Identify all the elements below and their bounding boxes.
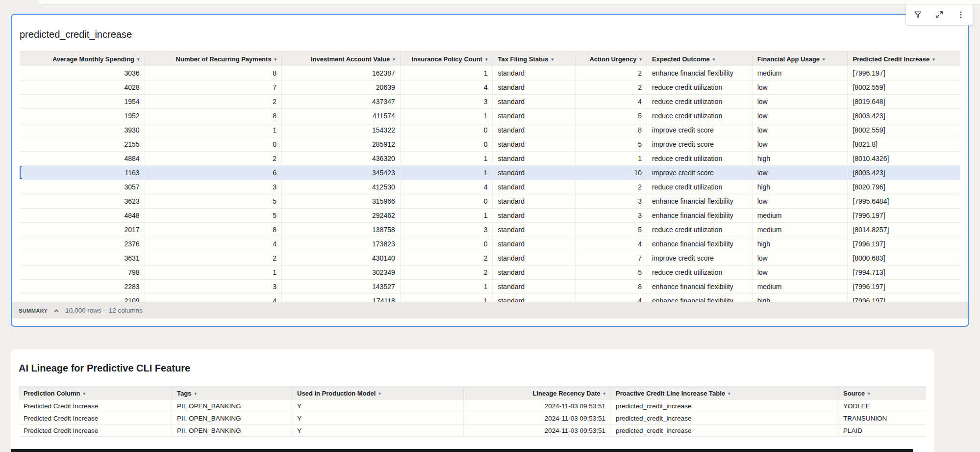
- cell[interactable]: standard: [493, 166, 576, 180]
- cell[interactable]: 3057: [20, 180, 145, 194]
- cell[interactable]: 162387: [282, 66, 401, 80]
- column-header[interactable]: Number of Recurring Payments▾: [145, 52, 282, 66]
- cell[interactable]: high: [753, 180, 848, 194]
- more-options-button[interactable]: [952, 8, 970, 22]
- cell[interactable]: reduce credit utilization: [647, 266, 753, 279]
- cell[interactable]: 1954: [20, 95, 145, 108]
- table-row[interactable]: 488424363201standard1reduce credit utili…: [20, 152, 960, 166]
- cell[interactable]: 2: [401, 266, 493, 279]
- cell[interactable]: [8019.648]: [848, 95, 960, 108]
- cell[interactable]: reduce credit utilization: [647, 109, 753, 123]
- column-menu-caret-icon[interactable]: ▾: [275, 57, 277, 62]
- cell[interactable]: 315966: [282, 194, 401, 208]
- cell[interactable]: predicted_credit_increase: [611, 425, 838, 436]
- column-menu-caret-icon[interactable]: ▾: [713, 57, 715, 62]
- cell[interactable]: enhance financial flexibility: [647, 194, 753, 208]
- cell[interactable]: PLAID: [838, 425, 926, 436]
- cell[interactable]: 4: [576, 237, 647, 251]
- cell[interactable]: low: [753, 251, 848, 265]
- cell[interactable]: [8000.683]: [848, 251, 960, 265]
- cell[interactable]: 1: [401, 166, 493, 180]
- cell[interactable]: 8: [576, 123, 647, 137]
- table-row[interactable]: 195424373473standard4reduce credit utili…: [20, 95, 960, 109]
- cell[interactable]: 1: [145, 266, 282, 279]
- table-row[interactable]: 237641738230standard4enhance financial f…: [20, 237, 960, 251]
- cell[interactable]: 0: [145, 137, 282, 151]
- cell[interactable]: 3: [401, 223, 493, 237]
- table-row[interactable]: Predicted Credit IncreasePII, OPEN_BANKI…: [19, 412, 926, 425]
- cell[interactable]: standard: [493, 152, 576, 165]
- cell[interactable]: [7996.197]: [848, 209, 960, 222]
- cell[interactable]: [8002.559]: [848, 123, 960, 137]
- cell[interactable]: 2024-11-03 09:53:51: [464, 425, 611, 436]
- cell[interactable]: 6: [145, 166, 282, 180]
- cell[interactable]: 20639: [282, 80, 401, 94]
- cell[interactable]: standard: [493, 137, 576, 151]
- cell[interactable]: 1163: [20, 166, 145, 180]
- cell[interactable]: high: [753, 237, 848, 251]
- cell[interactable]: 0: [401, 123, 493, 137]
- cell[interactable]: 2109: [20, 294, 145, 302]
- cell[interactable]: 411574: [282, 109, 401, 123]
- column-menu-caret-icon[interactable]: ▾: [83, 391, 86, 396]
- cell[interactable]: predicted_credit_increase: [611, 412, 838, 424]
- cell[interactable]: standard: [493, 123, 576, 137]
- cell[interactable]: 2: [576, 66, 647, 80]
- table-row[interactable]: 210941741181standard4enhance financial f…: [20, 294, 960, 302]
- cell[interactable]: 3: [145, 180, 282, 194]
- cell[interactable]: 285912: [282, 137, 401, 151]
- cell[interactable]: YODLEE: [838, 400, 926, 412]
- table-row[interactable]: 363124301402standard7improve credit scor…: [20, 251, 960, 266]
- cell[interactable]: 2155: [20, 137, 145, 151]
- cell[interactable]: 5: [576, 223, 647, 237]
- cell[interactable]: PII, OPEN_BANKING: [172, 425, 292, 436]
- cell[interactable]: [8003.423]: [848, 166, 960, 180]
- cell[interactable]: 10: [576, 166, 647, 180]
- cell[interactable]: 2: [576, 80, 647, 94]
- column-header[interactable]: Tax Filing Status▾: [493, 52, 576, 66]
- cell[interactable]: 3: [145, 280, 282, 293]
- cell[interactable]: 3930: [20, 123, 145, 137]
- column-header[interactable]: Proactive Credit Line Increase Table▾: [611, 386, 838, 400]
- column-menu-caret-icon[interactable]: ▾: [137, 57, 140, 62]
- cell[interactable]: standard: [493, 80, 576, 94]
- column-menu-caret-icon[interactable]: ▾: [378, 391, 381, 396]
- collapse-summary-button[interactable]: [53, 308, 59, 314]
- cell[interactable]: 430140: [282, 251, 401, 265]
- table-row[interactable]: 303681623871standard2enhance financial f…: [20, 66, 960, 80]
- cell[interactable]: 1: [401, 209, 493, 222]
- cell[interactable]: 3623: [20, 194, 145, 208]
- cell[interactable]: [7995.6484]: [848, 194, 960, 208]
- cell[interactable]: [8003.423]: [848, 109, 960, 123]
- cell[interactable]: Y: [292, 425, 464, 436]
- cell[interactable]: 5: [576, 137, 647, 151]
- cell[interactable]: enhance financial flexibility: [647, 209, 753, 222]
- cell[interactable]: 2376: [20, 237, 145, 251]
- column-header[interactable]: Tags▾: [172, 386, 292, 400]
- cell[interactable]: standard: [493, 109, 576, 123]
- column-header[interactable]: Prediction Column▾: [19, 386, 172, 400]
- table-row[interactable]: 201781387583standard5reduce credit utili…: [20, 223, 960, 237]
- cell[interactable]: standard: [493, 180, 576, 194]
- cell[interactable]: 292462: [282, 209, 401, 222]
- cell[interactable]: 2024-11-03 09:53:51: [464, 412, 611, 424]
- column-menu-caret-icon[interactable]: ▾: [823, 57, 825, 62]
- cell[interactable]: 4: [401, 180, 493, 194]
- cell[interactable]: 8: [145, 223, 282, 237]
- column-header[interactable]: Insurance Policy Count▾: [401, 52, 493, 66]
- cell[interactable]: [7996.197]: [848, 294, 960, 302]
- cell[interactable]: [7996.197]: [848, 280, 960, 293]
- cell[interactable]: 5: [145, 209, 282, 222]
- cell[interactable]: 0: [401, 194, 493, 208]
- column-header[interactable]: Expected Outcome▾: [647, 52, 753, 66]
- cell[interactable]: 1: [401, 280, 493, 293]
- column-menu-caret-icon[interactable]: ▾: [485, 57, 488, 62]
- cell[interactable]: [7996.197]: [848, 237, 960, 251]
- cell[interactable]: standard: [493, 266, 576, 279]
- table-row[interactable]: 116363454231standard10improve credit sco…: [20, 166, 960, 180]
- cell[interactable]: medium: [753, 223, 848, 237]
- cell[interactable]: 3: [576, 209, 647, 222]
- cell[interactable]: 4: [576, 95, 647, 108]
- table-row[interactable]: 195284115741standard5reduce credit utili…: [20, 109, 960, 123]
- cell[interactable]: 7: [576, 251, 647, 265]
